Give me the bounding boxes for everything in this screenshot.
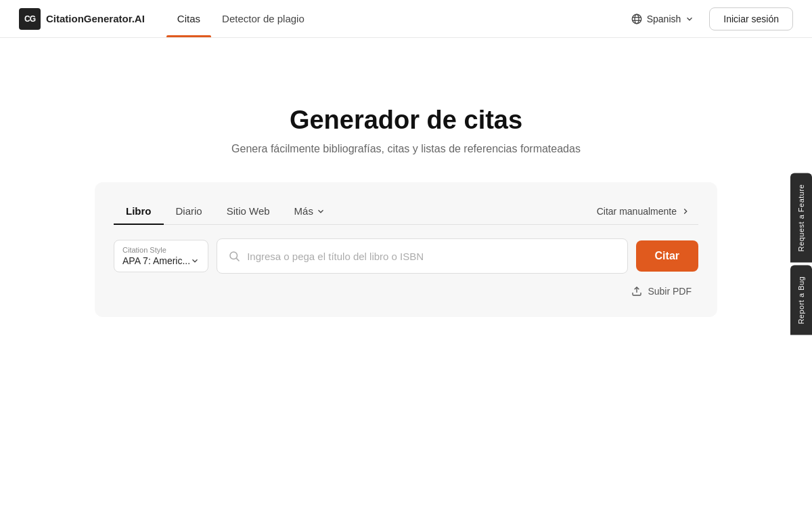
citation-style-label: Citation Style xyxy=(122,246,200,254)
upload-row: Subir PDF xyxy=(114,282,698,301)
search-icon xyxy=(228,250,240,262)
globe-icon xyxy=(631,13,643,25)
search-input[interactable] xyxy=(247,251,616,262)
logo-text: CitationGenerator.AI xyxy=(46,13,145,24)
svg-point-4 xyxy=(230,252,238,259)
hero-subtitle: Genera fácilmente bibliografías, citas y… xyxy=(231,143,581,155)
chevron-down-icon xyxy=(190,256,200,266)
upload-pdf-button[interactable]: Subir PDF xyxy=(625,282,698,301)
nav-links: Citas Detector de plagio xyxy=(166,0,315,37)
logo-icon: CG xyxy=(19,8,41,30)
main-content: Generador de citas Genera fácilmente bib… xyxy=(0,38,812,317)
nav-link-citas[interactable]: Citas xyxy=(166,0,211,37)
tab-diario[interactable]: Diario xyxy=(164,198,215,225)
upload-icon xyxy=(631,286,642,297)
search-card: Libro Diario Sitio Web Más Citar manualm… xyxy=(95,182,717,317)
cite-manually-button[interactable]: Citar manualmente xyxy=(589,200,698,222)
citation-style-selector[interactable]: Citation Style APA 7: Americ... xyxy=(114,240,208,272)
citar-button[interactable]: Citar xyxy=(636,240,698,272)
language-selector[interactable]: Spanish xyxy=(624,9,702,29)
chevron-down-icon xyxy=(685,14,694,24)
nav-link-plagio[interactable]: Detector de plagio xyxy=(211,0,315,37)
svg-point-1 xyxy=(635,14,639,24)
tab-sitio-web[interactable]: Sitio Web xyxy=(215,198,282,225)
sidebar-right: Request a Feature Report a Bug xyxy=(790,173,812,335)
svg-line-5 xyxy=(237,258,240,261)
hero-title: Generador de citas xyxy=(290,106,522,135)
svg-point-0 xyxy=(632,14,641,24)
citation-style-value: APA 7: Americ... xyxy=(122,255,200,266)
tab-libro[interactable]: Libro xyxy=(114,198,164,225)
nav-right: Spanish Iniciar sesión xyxy=(624,7,793,30)
card-tabs: Libro Diario Sitio Web Más Citar manualm… xyxy=(114,198,698,225)
tab-mas[interactable]: Más xyxy=(282,198,338,225)
login-button[interactable]: Iniciar sesión xyxy=(709,7,793,30)
request-feature-button[interactable]: Request a Feature xyxy=(790,173,812,263)
search-bar xyxy=(217,238,627,274)
logo[interactable]: CG CitationGenerator.AI xyxy=(19,8,145,30)
chevron-right-icon xyxy=(681,207,690,216)
language-label: Spanish xyxy=(647,14,681,24)
report-bug-button[interactable]: Report a Bug xyxy=(790,265,812,335)
chevron-down-icon xyxy=(316,207,325,216)
navbar: CG CitationGenerator.AI Citas Detector d… xyxy=(0,0,812,38)
search-row: Citation Style APA 7: Americ... Citar xyxy=(114,238,698,274)
